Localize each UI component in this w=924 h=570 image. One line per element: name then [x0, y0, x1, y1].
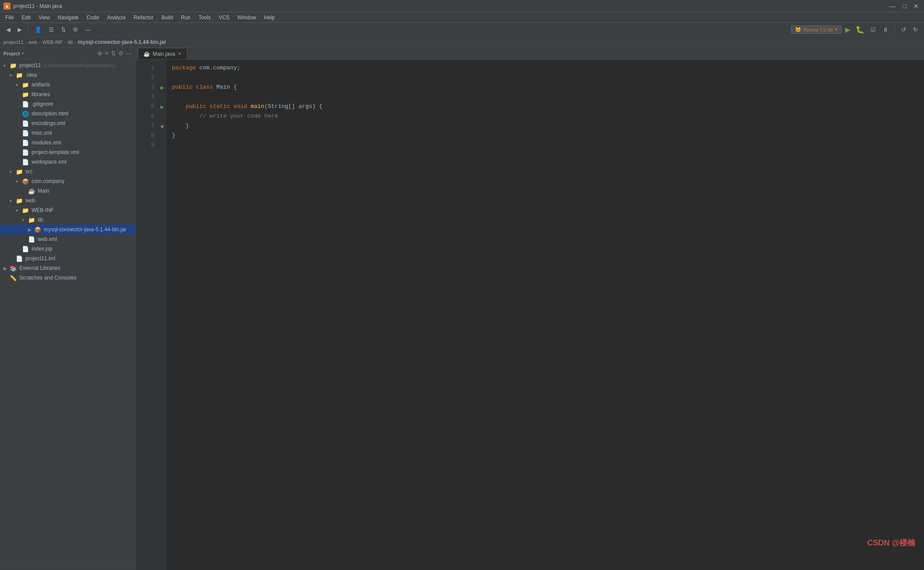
tree-item-description[interactable]: 🌐 description.html — [0, 109, 136, 118]
tree-item-iml[interactable]: 📄 project11.iml — [0, 254, 136, 263]
breadcrumb-web[interactable]: web — [29, 39, 37, 45]
tab-close-btn[interactable]: ✕ — [178, 51, 182, 57]
arrow-icon: ▾ — [16, 208, 22, 213]
maximize-btn[interactable]: □ — [901, 3, 908, 10]
tree-item-modules[interactable]: 📄 modules.xml — [0, 138, 136, 147]
tree-item-indexjsp[interactable]: 📄 index.jsp — [0, 244, 136, 254]
run-button[interactable]: ▶ — [843, 25, 852, 34]
tree-item-scratches[interactable]: ✏️ Scratches and Consoles — [0, 273, 136, 283]
forward-btn[interactable]: ▶ — [15, 25, 25, 34]
back-btn[interactable]: ◀ — [4, 25, 13, 34]
sidebar-close-icon[interactable]: — — [126, 50, 132, 57]
jar-icon: 📦 — [34, 226, 42, 233]
breadcrumb-webinf[interactable]: WEB-INF — [43, 39, 63, 45]
menu-navigate[interactable]: Navigate — [54, 14, 82, 22]
menu-file[interactable]: File — [2, 14, 17, 22]
locate-file-icon[interactable]: ⊕ — [97, 50, 102, 57]
sidebar-header: Project ▾ ⊕ ≡ ⇅ ⚙ — — [0, 47, 136, 60]
tree-label: workspace.xml — [32, 159, 66, 165]
tree-item-mysql-jar[interactable]: ▶ 📦 mysql-connector-java-5.1.44-bin.jar — [0, 225, 136, 234]
menu-tools[interactable]: Tools — [195, 14, 214, 22]
tree-item-project11[interactable]: ▾ 📁 project11 C:\Users\islan\IdeaProject… — [0, 61, 136, 70]
tree-item-gitignore[interactable]: 📄 .gitignore — [0, 99, 136, 109]
debug-button[interactable]: 🐛 — [854, 25, 866, 34]
tree-item-artifacts[interactable]: ▾ 📁 artifacts — [0, 80, 136, 90]
recent-files-btn[interactable]: 👤 — [32, 25, 44, 34]
collapse-btn[interactable]: ⇅ — [58, 25, 68, 34]
expand-all-icon[interactable]: ≡ — [105, 50, 108, 57]
tree-label: libraries — [32, 91, 50, 97]
breadcrumb: project11 › web › WEB-INF › lib › mysql-… — [0, 37, 924, 47]
arrow-icon: ▾ — [16, 179, 22, 184]
tree-item-src[interactable]: ▾ 📁 src — [0, 167, 136, 176]
undo-btn[interactable]: ↺ — [899, 25, 909, 34]
main-layout: Project ▾ ⊕ ≡ ⇅ ⚙ — ▾ 📁 project11 C:\Use… — [0, 47, 924, 570]
menu-edit[interactable]: Edit — [18, 14, 34, 22]
collapse-all-icon[interactable]: ⇅ — [111, 50, 116, 57]
close-btn[interactable]: ✕ — [912, 3, 920, 10]
gutter-run-line-3[interactable]: ▶ — [158, 82, 167, 92]
menu-refactor[interactable]: Refactor — [130, 14, 157, 22]
tree-item-workspace[interactable]: 📄 workspace.xml — [0, 157, 136, 167]
run-config-icon: 🐱 — [795, 27, 801, 32]
menu-window[interactable]: Window — [234, 14, 260, 22]
sidebar-scrollbar[interactable] — [0, 566, 136, 570]
menu-code[interactable]: Code — [83, 14, 103, 22]
menu-analyze[interactable]: Analyze — [103, 14, 129, 22]
menu-vcs[interactable]: VCS — [215, 14, 233, 22]
tab-main-java[interactable]: ☕ Main.java ✕ — [138, 48, 187, 59]
tree-item-webinf[interactable]: ▾ 📁 WEB-INF — [0, 205, 136, 215]
tree-item-external-libraries[interactable]: ▶ 📚 External Libraries — [0, 263, 136, 273]
code-editor[interactable]: package com.company; public class Main {… — [167, 60, 924, 570]
build-btn[interactable]: ☰ — [46, 25, 57, 34]
project-tree[interactable]: ▾ 📁 project11 C:\Users\islan\IdeaProject… — [0, 60, 136, 566]
menu-run[interactable]: Run — [178, 14, 194, 22]
menu-view[interactable]: View — [35, 14, 54, 22]
editor-tabs: ☕ Main.java ✕ — [136, 47, 924, 60]
arrow-icon: ▾ — [10, 73, 16, 78]
stop-button[interactable]: ⏸ — [880, 25, 891, 34]
tree-label: src — [25, 168, 32, 175]
tree-item-encodings[interactable]: 📄 encodings.xml — [0, 118, 136, 128]
coverage-button[interactable]: ☑ — [868, 25, 878, 34]
gutter-line-1 — [158, 63, 167, 73]
minus-btn[interactable]: — — [82, 25, 93, 34]
tree-item-main-class[interactable]: ☕ Main — [0, 186, 136, 196]
tree-item-project-template[interactable]: 📄 project-template.xml — [0, 147, 136, 157]
tree-item-idea[interactable]: ▾ 📁 .idea — [0, 70, 136, 80]
folder-icon: 📁 — [16, 197, 24, 204]
run-config-label: Tomcat 7.0.86 — [803, 27, 833, 32]
tree-label: web.xml — [38, 236, 57, 242]
gutter-run-line-5[interactable]: ▶ — [158, 102, 167, 111]
main-toolbar: ◀ ▶ 👤 ☰ ⇅ ⚙ — 🐱 Tomcat 7.0.86 ▾ ▶ 🐛 ☑ ⏸ … — [0, 23, 924, 37]
tree-item-webxml[interactable]: 📄 web.xml — [0, 234, 136, 244]
sidebar-settings-icon[interactable]: ⚙ — [118, 50, 124, 57]
settings-btn[interactable]: ⚙ — [70, 25, 81, 34]
menu-build[interactable]: Build — [158, 14, 177, 22]
run-config-selector[interactable]: 🐱 Tomcat 7.0.86 ▾ — [791, 25, 842, 34]
sidebar-dropdown-icon[interactable]: ▾ — [21, 51, 24, 56]
tree-item-libraries[interactable]: 📁 libraries — [0, 90, 136, 99]
tree-label: artifacts — [32, 82, 50, 88]
breadcrumb-lib[interactable]: lib — [68, 39, 73, 45]
breadcrumb-project[interactable]: project11 — [4, 39, 23, 45]
minimize-btn[interactable]: — — [888, 3, 898, 10]
arrow-icon: ▾ — [4, 63, 10, 68]
separator-2 — [895, 25, 895, 34]
line-numbers: 1 2 3 4 5 6 7 8 9 — [136, 60, 158, 570]
tree-item-web[interactable]: ▾ 📁 web — [0, 196, 136, 205]
title-bar: ▲ project11 - Main.java — □ ✕ — [0, 0, 924, 12]
menu-help[interactable]: Help — [260, 14, 278, 22]
editor-area: ☕ Main.java ✕ 1 2 3 4 5 6 7 8 9 ▶ — [136, 47, 924, 570]
redo-btn[interactable]: ↻ — [910, 25, 920, 34]
tree-item-misc[interactable]: 📄 misc.xml — [0, 128, 136, 138]
window-controls: — □ ✕ — [888, 3, 920, 10]
breadcrumb-current[interactable]: mysql-connector-java-5.1.44-bin.jar — [78, 39, 166, 45]
file-icon: 📄 — [22, 120, 30, 127]
tree-item-lib[interactable]: ▾ 📁 lib — [0, 215, 136, 225]
tree-label: External Libraries — [19, 265, 60, 271]
tree-item-com-company[interactable]: ▾ 📦 com.company — [0, 176, 136, 186]
folder-icon: 📁 — [16, 72, 24, 79]
folder-icon: 📁 — [10, 62, 18, 69]
arrow-icon: ▶ — [28, 227, 34, 232]
